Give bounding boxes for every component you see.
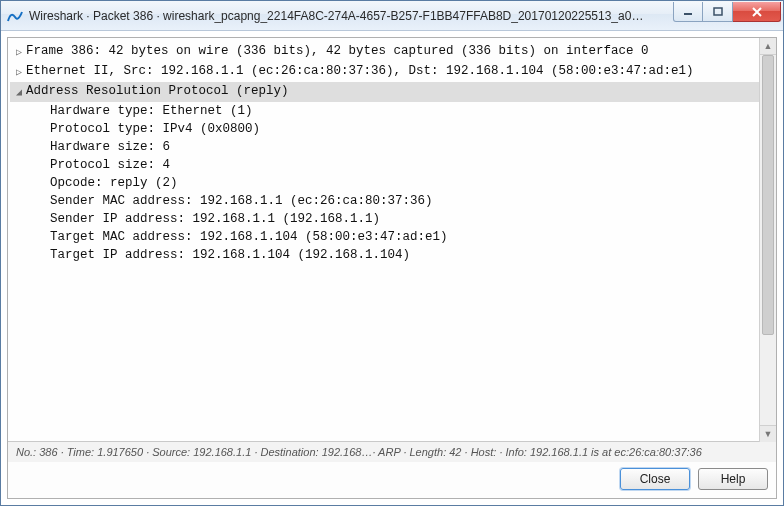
tree-row-arp-prototype[interactable]: Protocol type: IPv4 (0x0800) xyxy=(10,120,774,138)
tree-label: Ethernet II, Src: 192.168.1.1 (ec:26:ca:… xyxy=(26,62,694,80)
tree-label: Frame 386: 42 bytes on wire (336 bits), … xyxy=(26,42,649,60)
tree-label: Target MAC address: 192.168.1.104 (58:00… xyxy=(50,228,448,246)
status-bar: No.: 386 · Time: 1.917650 · Source: 192.… xyxy=(8,441,776,462)
tree-row-arp-hwtype[interactable]: Hardware type: Ethernet (1) xyxy=(10,102,774,120)
tree-label: Hardware type: Ethernet (1) xyxy=(50,102,253,120)
vertical-scrollbar[interactable]: ▲ ▼ xyxy=(759,38,776,442)
tree-label: Sender MAC address: 192.168.1.1 (ec:26:c… xyxy=(50,192,433,210)
scroll-thumb[interactable] xyxy=(762,55,774,335)
tree-label: Protocol size: 4 xyxy=(50,156,170,174)
minimize-button[interactable] xyxy=(673,2,703,22)
tree-label: Protocol type: IPv4 (0x0800) xyxy=(50,120,260,138)
content-frame: ▷ Frame 386: 42 bytes on wire (336 bits)… xyxy=(7,37,777,499)
tree-row-arp-targetmac[interactable]: Target MAC address: 192.168.1.104 (58:00… xyxy=(10,228,774,246)
packet-tree[interactable]: ▷ Frame 386: 42 bytes on wire (336 bits)… xyxy=(8,38,776,441)
tree-label: Hardware size: 6 xyxy=(50,138,170,156)
tree-row-arp-hwsize[interactable]: Hardware size: 6 xyxy=(10,138,774,156)
window-close-button[interactable] xyxy=(733,2,781,22)
tree-label: Address Resolution Protocol (reply) xyxy=(26,82,289,100)
tree-row-arp-targetip[interactable]: Target IP address: 192.168.1.104 (192.16… xyxy=(10,246,774,264)
tree-row-arp-sendermac[interactable]: Sender MAC address: 192.168.1.1 (ec:26:c… xyxy=(10,192,774,210)
close-button[interactable]: Close xyxy=(620,468,690,490)
tree-row-arp[interactable]: ◢ Address Resolution Protocol (reply) xyxy=(10,82,774,102)
collapse-icon[interactable]: ◢ xyxy=(12,84,26,102)
tree-row-ethernet[interactable]: ▷ Ethernet II, Src: 192.168.1.1 (ec:26:c… xyxy=(10,62,774,82)
scroll-down-icon[interactable]: ▼ xyxy=(760,425,776,442)
tree-label: Sender IP address: 192.168.1.1 (192.168.… xyxy=(50,210,380,228)
expand-icon[interactable]: ▷ xyxy=(12,64,26,82)
expand-icon[interactable]: ▷ xyxy=(12,44,26,62)
tree-label: Target IP address: 192.168.1.104 (192.16… xyxy=(50,246,410,264)
tree-row-arp-protosize[interactable]: Protocol size: 4 xyxy=(10,156,774,174)
svg-rect-1 xyxy=(714,8,722,15)
tree-row-arp-opcode[interactable]: Opcode: reply (2) xyxy=(10,174,774,192)
help-button[interactable]: Help xyxy=(698,468,768,490)
dialog-buttons: Close Help xyxy=(8,462,776,498)
maximize-button[interactable] xyxy=(703,2,733,22)
tree-row-frame[interactable]: ▷ Frame 386: 42 bytes on wire (336 bits)… xyxy=(10,42,774,62)
wireshark-icon xyxy=(7,8,23,24)
packet-details-window: Wireshark · Packet 386 · wireshark_pcapn… xyxy=(0,0,784,506)
tree-label: Opcode: reply (2) xyxy=(50,174,178,192)
tree-row-arp-senderip[interactable]: Sender IP address: 192.168.1.1 (192.168.… xyxy=(10,210,774,228)
titlebar[interactable]: Wireshark · Packet 386 · wireshark_pcapn… xyxy=(1,1,783,31)
window-controls xyxy=(673,2,781,22)
window-title: Wireshark · Packet 386 · wireshark_pcapn… xyxy=(29,9,673,23)
scroll-up-icon[interactable]: ▲ xyxy=(760,38,776,55)
